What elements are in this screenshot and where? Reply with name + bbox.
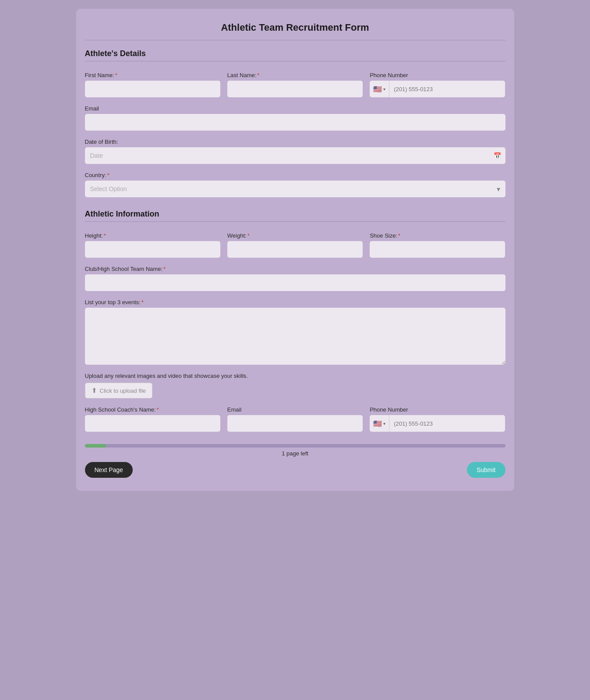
top-events-label: List your top 3 events:* bbox=[85, 299, 505, 306]
coach-row: High School Coach's Name:* Email Phone N… bbox=[85, 406, 505, 432]
athletic-info-section: Athletic Information Height:* Weight:* S… bbox=[85, 210, 505, 432]
phone-number-input[interactable] bbox=[389, 81, 505, 97]
club-team-row: Club/High School Team Name:* bbox=[85, 266, 505, 291]
progress-bar-background bbox=[85, 444, 505, 448]
shoe-size-group: Shoe Size:* bbox=[370, 232, 505, 258]
country-row: Country:* Select Option bbox=[85, 172, 505, 197]
weight-label: Weight:* bbox=[227, 232, 363, 239]
email-label: Email bbox=[85, 105, 505, 112]
club-team-group: Club/High School Team Name:* bbox=[85, 266, 505, 291]
coach-email-input[interactable] bbox=[227, 415, 363, 432]
dob-row: Date of Birth: bbox=[85, 139, 505, 164]
email-group: Email bbox=[85, 105, 505, 131]
coach-phone-label: Phone Number bbox=[370, 406, 505, 413]
phone-chevron-icon: ▾ bbox=[383, 87, 385, 92]
upload-label: Upload any relevant images and video tha… bbox=[85, 373, 505, 379]
coach-phone-number-input[interactable] bbox=[389, 415, 505, 432]
height-group: Height:* bbox=[85, 232, 220, 258]
first-name-label: First Name:* bbox=[85, 72, 220, 78]
coach-name-input[interactable] bbox=[85, 415, 220, 432]
shoe-size-input[interactable] bbox=[370, 241, 505, 258]
coach-us-flag-icon: 🇺🇸 bbox=[373, 419, 382, 428]
name-phone-row: First Name:* Last Name:* Phone Number 🇺🇸… bbox=[85, 72, 505, 97]
form-title: Athletic Team Recruitment Form bbox=[85, 22, 505, 40]
upload-section: Upload any relevant images and video tha… bbox=[85, 373, 505, 398]
phone-label: Phone Number bbox=[370, 72, 505, 78]
athletic-info-title: Athletic Information bbox=[85, 210, 505, 222]
bottom-actions: Next Page Submit bbox=[85, 462, 505, 478]
us-flag-icon: 🇺🇸 bbox=[373, 85, 382, 93]
last-name-input[interactable] bbox=[227, 81, 363, 97]
progress-section: 1 page left bbox=[85, 444, 505, 457]
upload-btn-label: Click to upload file bbox=[100, 387, 146, 394]
weight-group: Weight:* bbox=[227, 232, 363, 258]
coach-phone-group: Phone Number 🇺🇸 ▾ bbox=[370, 406, 505, 432]
top-events-row: List your top 3 events:* bbox=[85, 299, 505, 365]
email-row: Email bbox=[85, 105, 505, 131]
country-select[interactable]: Select Option bbox=[85, 181, 505, 197]
athletes-details-section: Athlete's Details First Name:* Last Name… bbox=[85, 49, 505, 197]
weight-input[interactable] bbox=[227, 241, 363, 258]
country-group: Country:* Select Option bbox=[85, 172, 505, 197]
first-name-group: First Name:* bbox=[85, 72, 220, 97]
submit-button[interactable]: Submit bbox=[467, 462, 505, 478]
form-container: Athletic Team Recruitment Form Athlete's… bbox=[76, 9, 514, 491]
height-input[interactable] bbox=[85, 241, 220, 258]
upload-icon: ⬆ bbox=[92, 387, 97, 394]
phone-flag-dropdown[interactable]: 🇺🇸 ▾ bbox=[370, 81, 389, 97]
coach-phone-input-group: 🇺🇸 ▾ bbox=[370, 415, 505, 432]
phone-input-group: 🇺🇸 ▾ bbox=[370, 81, 505, 97]
coach-name-label: High School Coach's Name:* bbox=[85, 406, 220, 413]
coach-phone-flag-dropdown[interactable]: 🇺🇸 ▾ bbox=[370, 415, 389, 432]
height-label: Height:* bbox=[85, 232, 220, 239]
country-select-wrapper: Select Option bbox=[85, 181, 505, 197]
measurements-row: Height:* Weight:* Shoe Size:* bbox=[85, 232, 505, 258]
club-team-label: Club/High School Team Name:* bbox=[85, 266, 505, 272]
next-page-button[interactable]: Next Page bbox=[85, 462, 133, 478]
upload-button[interactable]: ⬆ Click to upload file bbox=[85, 383, 153, 398]
country-label: Country:* bbox=[85, 172, 505, 178]
dob-label: Date of Birth: bbox=[85, 139, 505, 145]
progress-text: 1 page left bbox=[85, 450, 505, 457]
dob-group: Date of Birth: bbox=[85, 139, 505, 164]
dob-input[interactable] bbox=[85, 147, 505, 164]
coach-email-label: Email bbox=[227, 406, 363, 413]
top-events-group: List your top 3 events:* bbox=[85, 299, 505, 365]
coach-name-group: High School Coach's Name:* bbox=[85, 406, 220, 432]
date-wrapper bbox=[85, 147, 505, 164]
last-name-group: Last Name:* bbox=[227, 72, 363, 97]
shoe-size-label: Shoe Size:* bbox=[370, 232, 505, 239]
last-name-label: Last Name:* bbox=[227, 72, 363, 78]
progress-bar-fill bbox=[85, 444, 106, 448]
phone-group: Phone Number 🇺🇸 ▾ bbox=[370, 72, 505, 97]
coach-email-group: Email bbox=[227, 406, 363, 432]
coach-phone-chevron-icon: ▾ bbox=[383, 421, 385, 426]
top-events-textarea[interactable] bbox=[85, 308, 505, 365]
first-name-input[interactable] bbox=[85, 81, 220, 97]
club-team-input[interactable] bbox=[85, 274, 505, 291]
email-input[interactable] bbox=[85, 114, 505, 131]
athletes-details-title: Athlete's Details bbox=[85, 49, 505, 61]
